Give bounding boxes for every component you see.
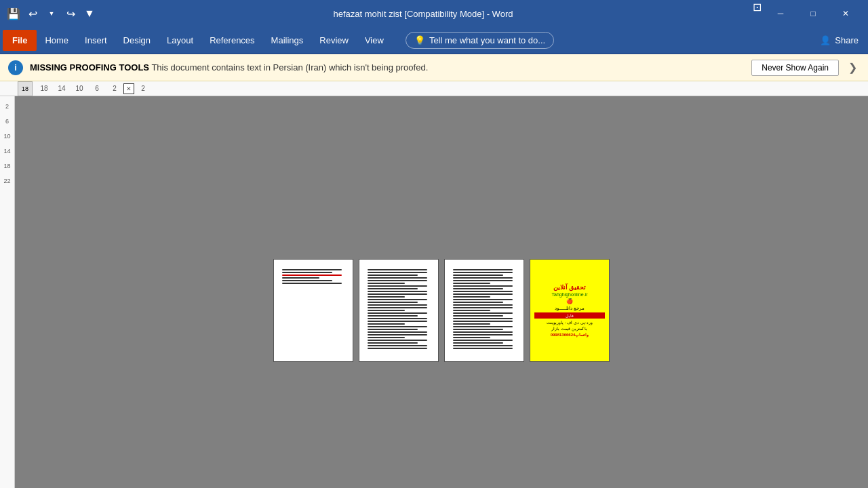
main-area: 2 6 10 14 18 22 [0, 96, 868, 488]
tell-me-input[interactable]: 💡 Tell me what you want to do... [406, 32, 554, 49]
menu-home[interactable]: Home [37, 30, 77, 51]
save-icon[interactable]: 💾 [7, 7, 20, 20]
document-thumbnails: تحقیق آنلاین Tahghighonline.ir 🍎 مرجع دا… [273, 259, 610, 362]
ruler-tick-2b: 2 [134, 85, 152, 92]
text-line [368, 280, 427, 281]
ad-content: تحقیق آنلاین Tahghighonline.ir 🍎 مرجع دا… [530, 260, 609, 361]
redo-icon[interactable]: ↪ [64, 7, 77, 20]
text-line [368, 272, 427, 273]
text-line [453, 299, 513, 300]
menu-review[interactable]: Review [311, 30, 357, 51]
menu-view[interactable]: View [357, 30, 392, 51]
text-line [368, 342, 418, 344]
v-ruler-tick-14: 14 [0, 144, 14, 159]
ruler-tick-10: 10 [71, 85, 88, 92]
ruler-ticks: 18 14 10 6 2 ✕ 2 [35, 83, 152, 94]
share-label: Share [835, 35, 859, 45]
text-line [368, 302, 418, 303]
text-line [453, 283, 490, 284]
text-line [368, 323, 405, 325]
ribbon-menu: File Home Insert Design Layout Reference… [0, 27, 868, 54]
maximize-button[interactable]: □ [797, 0, 829, 27]
text-line [453, 277, 513, 279]
text-line [368, 283, 405, 284]
menu-design[interactable]: Design [115, 30, 159, 51]
minimize-button[interactable]: ─ [765, 0, 796, 27]
text-line [453, 318, 513, 319]
lightbulb-icon: 💡 [414, 35, 425, 45]
menu-layout[interactable]: Layout [159, 30, 201, 51]
text-line [368, 307, 427, 308]
text-line [453, 334, 513, 336]
ad-site: Tahghighonline.ir [552, 292, 588, 297]
ruler-tick-6: 6 [88, 85, 106, 92]
ad-phone: 09981366624واتساپ [551, 332, 589, 337]
text-line [368, 296, 405, 298]
v-ruler-tick-18: 18 [0, 159, 14, 174]
text-line [368, 269, 427, 270]
v-ruler-tick-10: 10 [0, 129, 14, 144]
document-canvas[interactable]: تحقیق آنلاین Tahghighonline.ir 🍎 مرجع دا… [15, 96, 868, 488]
text-line [368, 331, 427, 333]
window-title: hefazat mohit zist [Compatibility Mode] … [96, 9, 750, 19]
text-line [453, 321, 513, 322]
page-thumbnail-1[interactable] [273, 259, 353, 362]
share-button[interactable]: 👤 Share [813, 33, 865, 48]
ruler-tick-2: 2 [106, 85, 123, 92]
text-line [453, 293, 513, 295]
text-line [453, 288, 503, 289]
text-line [282, 280, 332, 281]
text-line [368, 348, 427, 349]
text-line [368, 337, 405, 338]
text-line [368, 310, 405, 311]
tell-me-label: Tell me what you want to do... [429, 35, 545, 45]
text-line [368, 285, 427, 287]
text-line [368, 274, 418, 276]
menu-insert[interactable]: Insert [77, 30, 115, 51]
text-line [368, 345, 427, 346]
ruler-position-marker: ✕ [123, 83, 134, 94]
text-line [282, 272, 332, 273]
text-line [453, 337, 490, 338]
undo-icon[interactable]: ↩ [26, 7, 39, 20]
text-line [453, 304, 513, 306]
text-line [453, 323, 490, 325]
text-line [368, 288, 418, 289]
text-line [368, 277, 427, 279]
restore-window-icon[interactable]: ⊡ [750, 0, 764, 14]
page-thumbnail-2[interactable] [359, 259, 439, 362]
ad-subtitle: مرجع دانلـــــود [555, 306, 585, 311]
ruler-tick-18: 18 [35, 85, 53, 92]
text-line [453, 312, 513, 314]
text-line [368, 315, 418, 317]
tab-selector-button[interactable]: 18 [18, 81, 33, 96]
notification-bar: i MISSING PROOFING TOOLS This document c… [0, 54, 868, 81]
v-ruler-tick-6: 6 [0, 114, 14, 129]
menu-references[interactable]: References [201, 30, 262, 51]
text-line [453, 307, 513, 308]
page-thumbnail-4[interactable]: تحقیق آنلاین Tahghighonline.ir 🍎 مرجع دا… [530, 259, 610, 362]
page-content-2 [363, 265, 434, 357]
text-line [453, 269, 513, 270]
menu-file[interactable]: File [3, 30, 37, 51]
text-line [282, 277, 319, 279]
share-icon: 👤 [820, 35, 831, 45]
page-content-1 [278, 265, 349, 357]
text-line [453, 345, 513, 346]
customize-icon[interactable]: ▼ [83, 7, 96, 20]
undo-dropdown-icon[interactable]: ▼ [45, 7, 58, 20]
never-show-again-button[interactable]: Never Show Again [751, 60, 839, 76]
text-line [282, 269, 342, 270]
text-line [453, 291, 513, 292]
text-line [368, 304, 427, 306]
menu-mailings[interactable]: Mailings [263, 30, 312, 51]
close-button[interactable]: ✕ [830, 0, 861, 27]
title-bar: 💾 ↩ ▼ ↪ ▼ hefazat mohit zist [Compatibil… [0, 0, 868, 27]
text-line [453, 329, 503, 330]
text-line [453, 274, 503, 276]
ad-line1: ورد-پی دی اف - پاورپوینت [547, 320, 593, 325]
notification-close-button[interactable]: ❯ [846, 61, 860, 74]
page-thumbnail-3[interactable] [444, 259, 524, 362]
text-line [453, 296, 490, 298]
text-line [453, 348, 513, 349]
